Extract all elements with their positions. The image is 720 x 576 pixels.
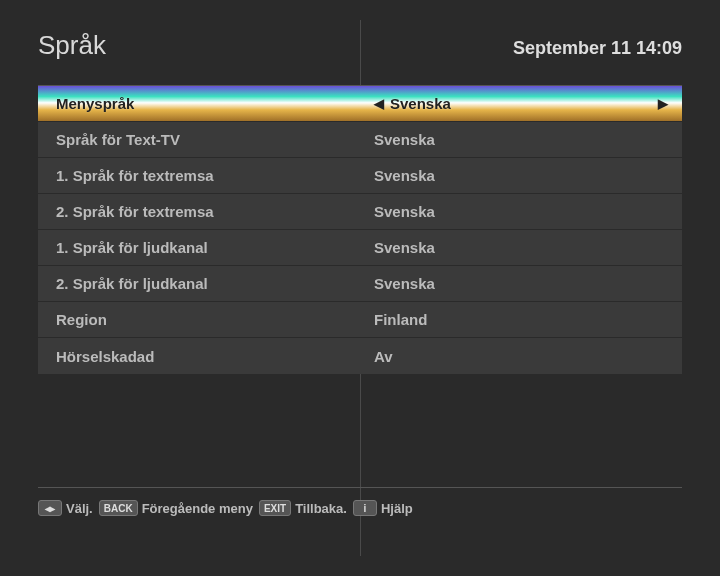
setting-label: Menyspråk: [38, 95, 360, 112]
setting-value-cell[interactable]: Svenska: [360, 239, 682, 256]
setting-label: 1. Språk för ljudkanal: [38, 239, 360, 256]
key-icon: i: [353, 500, 377, 516]
hint-item: iHjälp: [353, 500, 413, 516]
settings-row[interactable]: HörselskadadAv: [38, 338, 682, 374]
hint-item: BACKFöregående meny: [99, 500, 253, 516]
hint-label: Välj.: [66, 501, 93, 516]
header: Språk September 11 14:09: [38, 30, 682, 61]
setting-value-cell[interactable]: Svenska: [360, 131, 682, 148]
setting-value-cell[interactable]: Finland: [360, 311, 682, 328]
hint-label: Hjälp: [381, 501, 413, 516]
screen-container: Språk September 11 14:09 Menyspråk◀Svens…: [0, 0, 720, 576]
key-icon: EXIT: [259, 500, 291, 516]
setting-label: 2. Språk för ljudkanal: [38, 275, 360, 292]
setting-value: Finland: [374, 311, 427, 328]
setting-value: Svenska: [374, 131, 435, 148]
setting-value: Svenska: [374, 203, 435, 220]
settings-row[interactable]: 1. Språk för textremsaSvenska: [38, 158, 682, 194]
settings-row[interactable]: 1. Språk för ljudkanalSvenska: [38, 230, 682, 266]
clock: September 11 14:09: [513, 38, 682, 59]
setting-label: Hörselskadad: [38, 348, 360, 365]
hint-label: Tillbaka.: [295, 501, 347, 516]
setting-value-cell[interactable]: Svenska: [360, 203, 682, 220]
settings-row[interactable]: 2. Språk för ljudkanalSvenska: [38, 266, 682, 302]
hint-item: ◂▸Välj.: [38, 500, 93, 516]
setting-value: Svenska: [374, 239, 435, 256]
footer-divider: [38, 487, 682, 488]
setting-value: Svenska: [374, 167, 435, 184]
setting-value: Svenska: [374, 275, 435, 292]
setting-label: Språk för Text-TV: [38, 131, 360, 148]
arrow-right-icon[interactable]: ▶: [658, 96, 668, 111]
settings-row[interactable]: 2. Språk för textremsaSvenska: [38, 194, 682, 230]
settings-row[interactable]: RegionFinland: [38, 302, 682, 338]
setting-value-cell[interactable]: Svenska: [360, 167, 682, 184]
setting-value: Av: [374, 348, 393, 365]
settings-row[interactable]: Språk för Text-TVSvenska: [38, 122, 682, 158]
setting-value-cell[interactable]: ◀Svenska▶: [360, 95, 682, 112]
page-title: Språk: [38, 30, 106, 61]
arrow-left-icon[interactable]: ◀: [374, 96, 384, 111]
setting-label: 2. Språk för textremsa: [38, 203, 360, 220]
hint-item: EXITTillbaka.: [259, 500, 347, 516]
setting-value-cell[interactable]: Svenska: [360, 275, 682, 292]
footer: ◂▸Välj.BACKFöregående menyEXITTillbaka.i…: [38, 487, 682, 516]
setting-label: 1. Språk för textremsa: [38, 167, 360, 184]
footer-hints: ◂▸Välj.BACKFöregående menyEXITTillbaka.i…: [38, 500, 682, 516]
hint-label: Föregående meny: [142, 501, 253, 516]
setting-label: Region: [38, 311, 360, 328]
key-icon: BACK: [99, 500, 138, 516]
setting-value: Svenska: [390, 95, 451, 112]
key-icon: ◂▸: [38, 500, 62, 516]
settings-row[interactable]: Menyspråk◀Svenska▶: [38, 86, 682, 122]
settings-table: Menyspråk◀Svenska▶Språk för Text-TVSvens…: [38, 86, 682, 374]
setting-value-cell[interactable]: Av: [360, 348, 682, 365]
